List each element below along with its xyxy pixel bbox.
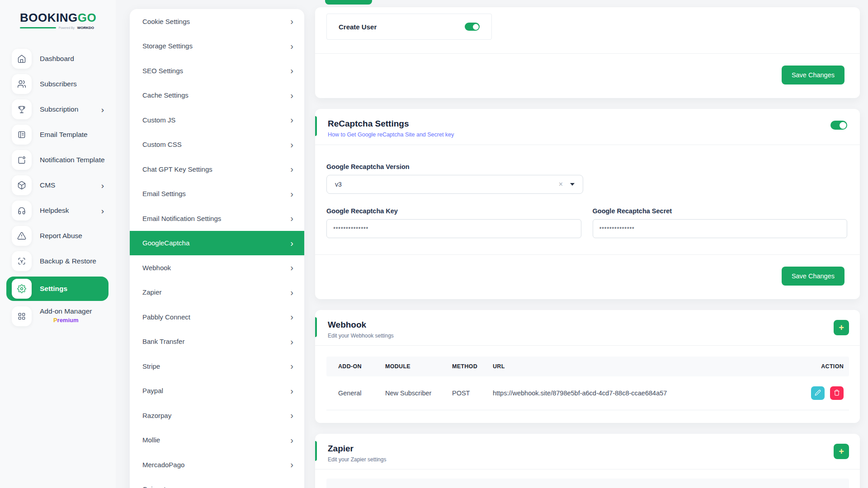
chevron-right-icon: › (290, 66, 293, 75)
save-changes-button[interactable]: Save Changes (782, 267, 844, 286)
zapier-subtitle: Edit your Zapier settings (328, 456, 847, 463)
settings-nav-chat-gpt-key-settings[interactable]: Chat GPT Key Settings› (130, 157, 304, 182)
settings-nav-mercadopago[interactable]: MercadoPago› (130, 452, 304, 477)
chevron-right-icon: › (290, 288, 293, 297)
sidebar-item-subscription[interactable]: Subscription › (12, 99, 108, 119)
settings-nav-custom-js[interactable]: Custom JS› (130, 108, 304, 132)
brand-logo[interactable]: BOOKINGGO Powered By WORKDO (0, 11, 116, 30)
chevron-right-icon: › (290, 42, 293, 51)
chevron-right-icon: › (101, 206, 104, 215)
home-icon (12, 49, 32, 69)
chevron-right-icon: › (290, 164, 293, 174)
settings-nav-cookie-settings[interactable]: Cookie Settings› (130, 9, 304, 34)
chevron-right-icon: › (290, 214, 293, 223)
grid-icon (12, 306, 32, 326)
sidebar: BOOKINGGO Powered By WORKDO Dashboard Su… (0, 0, 116, 488)
chevron-right-icon: › (101, 105, 104, 114)
sidebar-item-addon-manager[interactable]: Add-on Manager Premium (12, 306, 108, 326)
recaptcha-version-label: Google Recaptcha Version (326, 163, 847, 170)
settings-nav-pabbly-connect[interactable]: Pabbly Connect› (130, 305, 304, 329)
notification-icon (12, 150, 32, 170)
divider (315, 469, 860, 469)
recaptcha-toggle[interactable] (830, 121, 847, 130)
clear-icon[interactable]: × (559, 181, 563, 188)
sidebar-item-email-template[interactable]: Email Template (12, 125, 108, 145)
general-settings-card: Create User Save Changes (315, 7, 860, 98)
settings-nav-seo-settings[interactable]: SEO Settings› (130, 58, 304, 83)
brand-name: BOOKINGGO (20, 11, 98, 25)
delete-webhook-button[interactable] (830, 386, 844, 400)
settings-nav-coingate[interactable]: Coingate› (130, 477, 304, 488)
settings-tabs: General Helpdesk (325, 0, 860, 5)
chevron-right-icon: › (290, 189, 293, 198)
settings-nav-mollie[interactable]: Mollie› (130, 428, 304, 453)
column-header-module: MODULE (380, 357, 447, 376)
chevron-right-icon: › (290, 485, 293, 488)
settings-nav-googlecaptcha[interactable]: GoogleCaptcha› (130, 231, 304, 256)
recaptcha-version-value: v3 (335, 181, 559, 188)
brand-name-primary: BOOKING (20, 11, 78, 24)
chevron-right-icon: › (290, 263, 293, 272)
settings-nav-bank-transfer[interactable]: Bank Transfer› (130, 329, 304, 354)
recaptcha-help-link[interactable]: How to Get Google reCaptcha Site and Sec… (328, 131, 454, 138)
brand-name-accent: GO (78, 11, 96, 24)
webhook-module-cell: New Subscriber (380, 376, 447, 410)
recaptcha-secret-input[interactable] (593, 219, 848, 238)
settings-nav-storage-settings[interactable]: Storage Settings› (130, 34, 304, 59)
chevron-right-icon: › (290, 17, 293, 26)
settings-nav-cache-settings[interactable]: Cache Settings› (130, 83, 304, 108)
webhook-card: Webhook Edit your Webhook settings + ADD… (315, 310, 860, 423)
backup-icon (12, 251, 32, 271)
chevron-right-icon: › (290, 91, 293, 100)
settings-nav-email-notification-settings[interactable]: Email Notification Settings› (130, 206, 304, 231)
tab-helpdesk[interactable]: Helpdesk (379, 0, 415, 5)
edit-webhook-button[interactable] (811, 386, 825, 400)
recaptcha-version-select[interactable]: v3 × (326, 175, 583, 194)
brand-powered-by: Powered By WORKDO (20, 26, 94, 30)
chevron-right-icon: › (290, 411, 293, 420)
accent-bar (315, 317, 317, 337)
sidebar-item-cms[interactable]: CMS › (12, 175, 108, 195)
save-changes-button[interactable]: Save Changes (782, 66, 844, 84)
create-user-toggle[interactable] (465, 23, 480, 31)
chevron-right-icon: › (290, 460, 293, 469)
add-webhook-button[interactable]: + (834, 320, 849, 335)
recaptcha-key-input[interactable] (326, 219, 581, 238)
settings-nav-custom-css[interactable]: Custom CSS› (130, 132, 304, 157)
chevron-right-icon: › (290, 140, 293, 149)
settings-nav-webhook[interactable]: Webhook› (130, 255, 304, 280)
pencil-icon (815, 389, 821, 397)
tab-general[interactable]: General (325, 0, 372, 5)
settings-nav-paypal[interactable]: Paypal› (130, 379, 304, 404)
trash-icon (834, 389, 840, 397)
sidebar-item-dashboard[interactable]: Dashboard (12, 49, 108, 69)
sidebar-item-settings[interactable]: Settings (6, 277, 108, 301)
chevron-right-icon: › (290, 239, 293, 248)
settings-nav-zapier[interactable]: Zapier› (130, 280, 304, 305)
chevron-right-icon: › (290, 312, 293, 321)
settings-nav-razorpay[interactable]: Razorpay› (130, 403, 304, 428)
webhook-addon-cell: General (326, 376, 380, 410)
main-content: General Helpdesk Create User Save Change… (315, 0, 860, 488)
zapier-table-header (326, 479, 849, 488)
settings-nav-stripe[interactable]: Stripe› (130, 354, 304, 379)
sidebar-item-backup-restore[interactable]: Backup & Restore (12, 251, 108, 271)
webhook-title: Webhook (328, 320, 847, 330)
sidebar-item-notification-template[interactable]: Notification Template (12, 150, 108, 170)
cube-icon (12, 175, 32, 195)
sidebar-item-subscribers[interactable]: Subscribers (12, 74, 108, 94)
brand-underline (20, 27, 56, 28)
add-zapier-button[interactable]: + (834, 444, 849, 459)
zapier-title: Zapier (328, 444, 847, 454)
settings-nav-panel: Cookie Settings› Storage Settings› SEO S… (130, 9, 304, 488)
webhook-table: ADD-ON MODULE METHOD URL ACTION General … (326, 357, 849, 410)
column-header-action: ACTION (795, 357, 849, 376)
sidebar-item-helpdesk[interactable]: Helpdesk › (12, 201, 108, 221)
webhook-subtitle: Edit your Webhook settings (328, 333, 847, 339)
chevron-right-icon: › (290, 386, 293, 395)
settings-nav-email-settings[interactable]: Email Settings› (130, 182, 304, 206)
recaptcha-secret-label: Google Recaptcha Secret (593, 207, 848, 215)
users-icon (12, 74, 32, 94)
sidebar-item-report-abuse[interactable]: Report Abuse (12, 226, 108, 246)
create-user-label: Create User (339, 23, 377, 31)
